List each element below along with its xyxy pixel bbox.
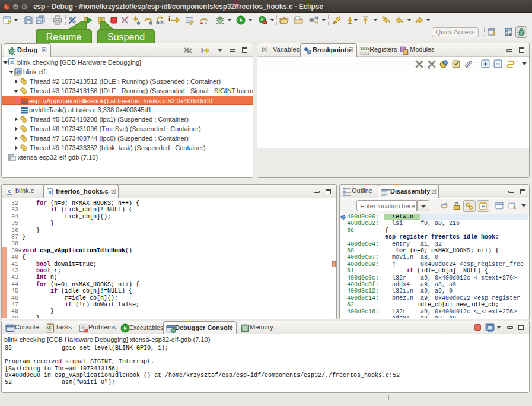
svg-text:1010: 1010 <box>360 46 369 51</box>
svg-text:10: 10 <box>16 70 21 74</box>
svg-text:i: i <box>201 47 203 54</box>
svg-text:0101: 0101 <box>360 51 369 55</box>
svg-text:d: d <box>509 31 511 37</box>
